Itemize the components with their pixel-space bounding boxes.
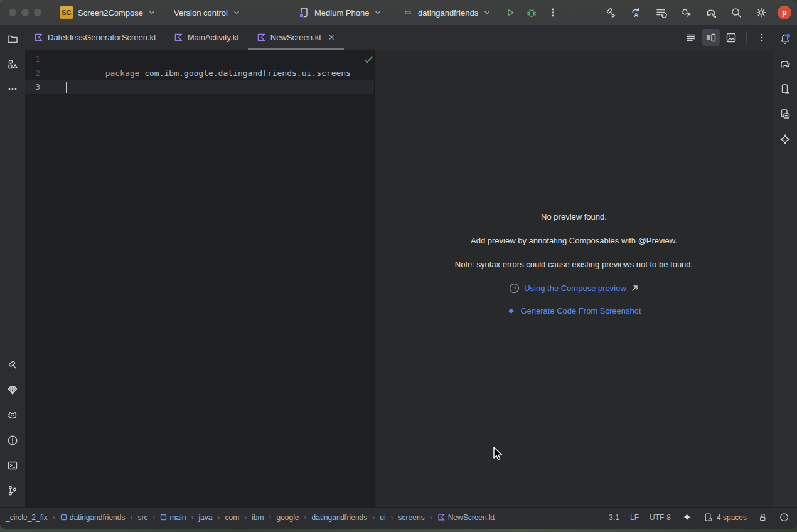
encoding-widget[interactable]: UTF-8: [650, 513, 671, 522]
active-tab-indicator: [248, 48, 344, 50]
run-actions: [501, 0, 562, 25]
breadcrumb-separator: [190, 513, 195, 522]
link-label: Using the Compose preview: [524, 284, 626, 293]
tab-mainactivity[interactable]: MainActivity.kt: [165, 25, 248, 50]
preview-message-hint: Add preview by annotating Composables wi…: [375, 236, 773, 245]
desktop-wallpaper: SC Screen2Compose Version control Medium…: [0, 0, 797, 532]
left-toolwindow-stripe: [0, 25, 25, 507]
line-number[interactable]: 1: [25, 53, 40, 66]
chevron-down-icon: [373, 8, 382, 17]
breadcrumb-separator: [243, 513, 248, 522]
device-selector[interactable]: Medium Phone: [297, 0, 382, 25]
project-name: Screen2Compose: [78, 8, 143, 18]
more-run-options-icon[interactable]: [544, 4, 562, 21]
breadcrumb-item[interactable]: com: [223, 513, 241, 523]
line-separator-widget[interactable]: LF: [630, 513, 639, 522]
breadcrumb-item[interactable]: google: [274, 513, 301, 523]
apply-changes-restart-icon[interactable]: A: [627, 4, 645, 21]
minimize-window-button[interactable]: [21, 9, 29, 16]
project-badge: SC: [60, 6, 73, 19]
logcat-icon[interactable]: [4, 407, 21, 424]
breadcrumb-separator: [151, 513, 156, 522]
breadcrumb-item-file[interactable]: NewScreen.kt: [436, 513, 497, 523]
device-explorer-icon[interactable]: [776, 105, 794, 123]
running-devices-icon[interactable]: [776, 80, 794, 98]
breadcrumb-item[interactable]: java: [196, 513, 214, 523]
design-view-icon[interactable]: [722, 29, 740, 46]
version-control-widget[interactable]: Version control: [174, 0, 241, 25]
gemini-status-icon[interactable]: [682, 512, 692, 523]
breadcrumb-item[interactable]: screens: [397, 513, 427, 523]
android-studio-window: SC Screen2Compose Version control Medium…: [0, 0, 797, 529]
resource-manager-icon[interactable]: [4, 55, 21, 73]
external-link-icon: [631, 284, 639, 292]
compose-preview-panel: No preview found. Add preview by annotat…: [374, 50, 773, 507]
problems-icon[interactable]: [4, 432, 21, 449]
breadcrumb-separator: [429, 513, 434, 522]
tab-label: NewScreen.kt: [270, 33, 321, 42]
notifications-bell-icon[interactable]: [776, 30, 794, 48]
chevron-down-icon: [483, 8, 491, 17]
gradle-sync-icon[interactable]: [702, 4, 720, 21]
tab-newscreen-active[interactable]: NewScreen.kt ✕: [248, 25, 344, 50]
inspections-ok-icon: [363, 54, 374, 65]
right-toolwindow-stripe: [773, 25, 797, 507]
git-branch-icon[interactable]: [4, 482, 21, 499]
tab-options-kebab-icon[interactable]: [753, 29, 771, 46]
help-question-icon: ?: [509, 283, 520, 294]
error-analysis-icon[interactable]: [779, 512, 789, 523]
more-tool-windows-icon[interactable]: [4, 80, 21, 98]
breadcrumb-separator: [129, 513, 134, 522]
app-quality-insights-icon[interactable]: [4, 381, 21, 399]
maximize-window-button[interactable]: [34, 9, 41, 16]
kotlin-file-icon: [174, 33, 183, 42]
kotlin-file-icon: [437, 513, 446, 521]
breadcrumb-item[interactable]: ui: [378, 513, 387, 523]
compose-preview-docs-link[interactable]: ? Using the Compose preview: [375, 283, 773, 294]
gradle-elephant-icon[interactable]: [776, 55, 794, 73]
close-window-button[interactable]: [9, 9, 16, 16]
svg-text:A: A: [634, 11, 638, 18]
split-view-icon[interactable]: [702, 29, 720, 46]
settings-gear-icon[interactable]: [752, 4, 770, 21]
gemini-star-icon[interactable]: [776, 130, 794, 148]
breadcrumb-item-sourceset[interactable]: main: [158, 513, 188, 523]
close-tab-icon[interactable]: ✕: [328, 33, 335, 42]
status-widgets: 3:1 LF UTF-8 4 spaces: [609, 512, 789, 523]
project-widget[interactable]: SC Screen2Compose: [60, 0, 156, 25]
project-folder-icon[interactable]: [4, 30, 21, 48]
apply-code-changes-icon[interactable]: [652, 4, 670, 21]
run-configuration-selector[interactable]: datingandfriends: [402, 0, 491, 25]
divider: [746, 31, 747, 44]
svg-text:?: ?: [513, 285, 516, 292]
terminal-icon[interactable]: [4, 457, 21, 474]
code-editor[interactable]: 1 2 3 packagecom.ibm.google.datingandfri…: [25, 50, 374, 507]
keyword-package: package: [105, 68, 140, 78]
user-avatar[interactable]: p: [778, 6, 791, 19]
tab-dateideasgeneratorscreen[interactable]: DateIdeasGeneratorScreen.kt: [25, 25, 165, 50]
attach-debugger-icon[interactable]: [677, 4, 695, 21]
breadcrumb-item[interactable]: _circle_2_fix: [4, 513, 50, 523]
breadcrumb-item[interactable]: ibm: [250, 513, 265, 523]
android-icon: [402, 7, 414, 18]
run-icon[interactable]: [501, 4, 519, 21]
window-controls: [9, 9, 41, 16]
breadcrumb-item[interactable]: datingandfriends: [310, 513, 370, 523]
line-number[interactable]: 2: [25, 66, 40, 80]
debug-icon[interactable]: [523, 4, 540, 21]
editor-view-modes: [682, 25, 773, 50]
indent-settings-icon: [703, 512, 714, 523]
build-toolwindow-icon[interactable]: [4, 356, 21, 374]
breadcrumb: _circle_2_fix datingandfriends src main …: [4, 513, 496, 523]
caret-position-widget[interactable]: 3:1: [609, 513, 619, 522]
search-everywhere-icon[interactable]: [727, 4, 745, 21]
lock-unlocked-icon[interactable]: [757, 512, 768, 523]
line-number-active[interactable]: 3: [25, 80, 40, 94]
indent-widget[interactable]: 4 spaces: [703, 512, 747, 523]
breadcrumb-item-module[interactable]: datingandfriends: [58, 513, 127, 523]
breadcrumb-separator: [216, 513, 221, 522]
code-view-icon[interactable]: [682, 29, 700, 46]
build-icon[interactable]: [602, 4, 619, 21]
breadcrumb-item[interactable]: src: [136, 513, 149, 523]
generate-code-from-screenshot-link[interactable]: Generate Code From Screenshot: [375, 306, 773, 316]
